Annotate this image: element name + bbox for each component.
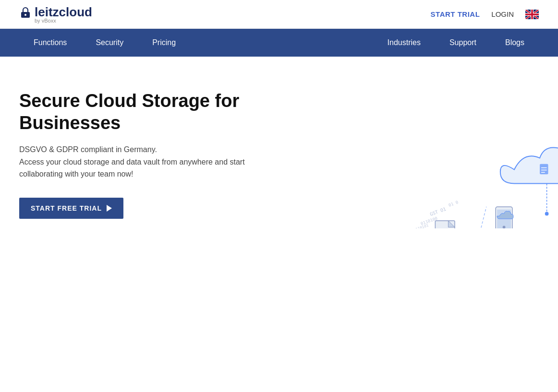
nav-item-blogs[interactable]: Blogs: [491, 29, 539, 57]
arrow-icon: [107, 205, 112, 212]
nav-item-security[interactable]: Security: [81, 29, 138, 57]
nav-left: Functions Security Pricing: [19, 29, 373, 57]
nav-item-pricing[interactable]: Pricing: [138, 29, 190, 57]
cloud-storage-svg: 01010101 0110100 10110101 GST O1 01 0: [294, 105, 558, 228]
logo-sub: by vBoxx: [19, 18, 56, 24]
nav-item-functions[interactable]: Functions: [19, 29, 81, 57]
nav-item-support[interactable]: Support: [435, 29, 491, 57]
hero-description: DSGVO & GDPR compliant in Germany. Acces…: [19, 143, 250, 180]
phone-device: [496, 207, 513, 228]
start-free-trial-button[interactable]: START FREE TRIAL: [19, 198, 123, 219]
logo-area: leitzcloud by vBoxx: [19, 5, 92, 24]
floating-document: [435, 221, 455, 228]
header-start-trial-link[interactable]: START TRIAL: [431, 10, 480, 18]
top-bar: leitzcloud by vBoxx START TRIAL LOGIN: [0, 0, 558, 29]
svg-point-76: [545, 212, 549, 216]
header-login-link[interactable]: LOGIN: [491, 10, 514, 18]
hero-illustration: 01010101 0110100 10110101 GST O1 01 0: [294, 105, 558, 228]
start-free-trial-label: START FREE TRIAL: [31, 204, 102, 212]
svg-text:01 0: 01 0: [448, 200, 459, 208]
language-flag-icon[interactable]: [525, 10, 539, 19]
logo-lock-icon: [19, 6, 32, 19]
cloud-icon: [500, 148, 558, 216]
hero-line1: DSGVO & GDPR compliant in Germany.: [19, 143, 250, 156]
svg-text:GST O1: GST O1: [429, 206, 447, 217]
hero-line2: Access your cloud storage and data vault…: [19, 156, 250, 180]
hero-title: Secure Cloud Storage for Businesses: [19, 90, 250, 134]
svg-point-1: [24, 14, 26, 16]
svg-text:10110101: 10110101: [411, 223, 429, 228]
top-right: START TRIAL LOGIN: [431, 10, 539, 19]
hero-text: Secure Cloud Storage for Businesses DSGV…: [19, 85, 250, 219]
hero-section: Secure Cloud Storage for Businesses DSGV…: [0, 57, 558, 228]
svg-line-101: [477, 207, 486, 228]
nav-item-industries[interactable]: Industries: [373, 29, 435, 57]
nav-bar: Functions Security Pricing Industries Su…: [0, 29, 558, 57]
nav-right: Industries Support Blogs: [373, 29, 539, 57]
